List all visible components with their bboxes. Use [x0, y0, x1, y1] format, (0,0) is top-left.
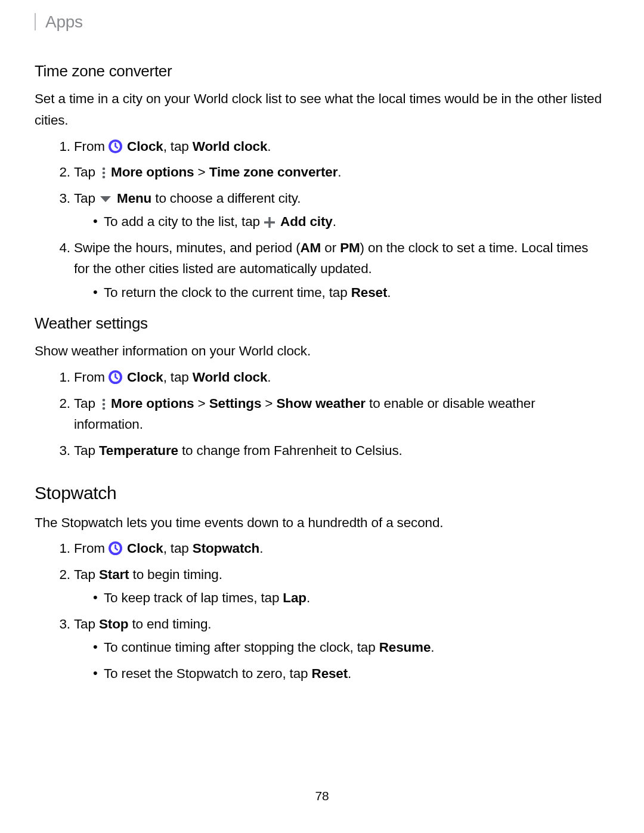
text: To reset the Stopwatch to zero, tap: [104, 666, 312, 681]
text: Tap: [74, 567, 99, 582]
text: To return the clock to the current time,…: [104, 285, 351, 300]
svg-point-7: [103, 398, 106, 401]
text: Swipe the hours, minutes, and period (: [74, 240, 301, 255]
heading-stopwatch: Stopwatch: [35, 479, 602, 507]
clock-label: Clock: [127, 370, 163, 385]
page-number: 78: [0, 786, 644, 806]
steps-stopwatch: From Clock, tap Stopwatch. Tap Start to …: [35, 538, 602, 684]
world-clock-label: World clock: [193, 139, 267, 154]
svg-point-9: [103, 407, 106, 410]
breadcrumb: Apps: [35, 13, 602, 30]
step: Tap More options > Settings > Show weath…: [74, 393, 602, 435]
more-options-label: More options: [111, 165, 194, 179]
substep: To continue timing after stopping the cl…: [93, 637, 602, 658]
temperature-label: Temperature: [99, 443, 178, 458]
text: to change from Fahrenheit to Celsius.: [178, 443, 402, 458]
am-label: AM: [301, 240, 321, 255]
step: Tap More options > Time zone converter.: [74, 162, 602, 183]
text: From: [74, 139, 109, 154]
add-icon: [264, 213, 275, 225]
pm-label: PM: [340, 240, 360, 255]
text: .: [431, 640, 434, 655]
text: >: [194, 396, 209, 411]
step: From Clock, tap Stopwatch.: [74, 538, 602, 559]
more-options-label: More options: [111, 396, 194, 411]
menu-label: Menu: [117, 191, 151, 206]
text: Tap: [74, 617, 99, 631]
reset-label: Reset: [351, 285, 388, 300]
svg-point-4: [103, 176, 106, 179]
world-clock-label: World clock: [193, 370, 267, 385]
clock-label: Clock: [127, 139, 163, 154]
substep: To keep track of lap times, tap Lap.: [93, 587, 602, 609]
text: Tap: [74, 443, 99, 458]
substep: To add a city to the list, tap Add city.: [93, 211, 602, 233]
svg-point-2: [103, 168, 106, 171]
text: To keep track of lap times, tap: [104, 590, 283, 605]
step: Tap Start to begin timing. To keep track…: [74, 564, 602, 609]
menu-caret-icon: [99, 188, 112, 197]
text: to end timing.: [128, 617, 211, 631]
intro-weather: Show weather information on your World c…: [35, 340, 602, 362]
svg-point-8: [103, 402, 106, 405]
text: >: [194, 165, 209, 179]
text: , tap: [163, 370, 193, 385]
heading-weather-settings: Weather settings: [35, 311, 602, 336]
step: From Clock, tap World clock.: [74, 367, 602, 388]
text: >: [261, 396, 276, 411]
add-city-label: Add city: [280, 214, 333, 229]
intro-timezone: Set a time in a city on your World clock…: [35, 88, 602, 131]
more-options-icon: [101, 396, 107, 409]
stop-label: Stop: [99, 617, 128, 631]
steps-weather: From Clock, tap World clock. Tap More op…: [35, 367, 602, 461]
step: Swipe the hours, minutes, and period (AM…: [74, 237, 602, 304]
text: From: [74, 370, 109, 385]
text: .: [306, 590, 310, 605]
text: .: [338, 165, 341, 179]
clock-icon: [109, 369, 122, 383]
stopwatch-label: Stopwatch: [193, 541, 259, 556]
show-weather-label: Show weather: [276, 396, 365, 411]
settings-label: Settings: [209, 396, 262, 411]
text: .: [267, 139, 271, 154]
lap-label: Lap: [283, 590, 306, 605]
text: From: [74, 541, 109, 556]
step: Tap Temperature to change from Fahrenhei…: [74, 440, 602, 462]
text: .: [267, 370, 271, 385]
text: , tap: [163, 139, 193, 154]
text: To add a city to the list, tap: [104, 214, 264, 229]
text: .: [333, 214, 336, 229]
text: Tap: [74, 191, 99, 206]
text: .: [348, 666, 351, 681]
text: to choose a different city.: [151, 191, 301, 206]
steps-timezone: From Clock, tap World clock. Tap More op…: [35, 136, 602, 304]
text: to begin timing.: [129, 567, 222, 582]
clock-icon: [109, 540, 122, 554]
text: or: [321, 240, 340, 255]
reset-label: Reset: [312, 666, 348, 681]
text: Tap: [74, 396, 99, 411]
timezone-converter-label: Time zone converter: [209, 165, 338, 179]
clock-label: Clock: [127, 541, 163, 556]
text: .: [259, 541, 263, 556]
text: Tap: [74, 165, 99, 179]
clock-icon: [109, 138, 122, 152]
intro-stopwatch: The Stopwatch lets you time events down …: [35, 512, 602, 534]
start-label: Start: [99, 567, 129, 582]
substep: To reset the Stopwatch to zero, tap Rese…: [93, 663, 602, 685]
heading-timezone-converter: Time zone converter: [35, 59, 602, 83]
step: Tap Stop to end timing. To continue timi…: [74, 614, 602, 685]
substeps: To keep track of lap times, tap Lap.: [74, 587, 602, 609]
text: .: [387, 285, 391, 300]
text: , tap: [163, 541, 193, 556]
step: Tap Menu to choose a different city. To …: [74, 188, 602, 233]
substeps: To continue timing after stopping the cl…: [74, 637, 602, 684]
substeps: To add a city to the list, tap Add city.: [74, 211, 602, 233]
resume-label: Resume: [379, 640, 431, 655]
text: To continue timing after stopping the cl…: [104, 640, 379, 655]
more-options-icon: [101, 165, 107, 178]
substeps: To return the clock to the current time,…: [74, 282, 602, 304]
step: From Clock, tap World clock.: [74, 136, 602, 157]
svg-point-3: [103, 172, 106, 175]
substep: To return the clock to the current time,…: [93, 282, 602, 304]
